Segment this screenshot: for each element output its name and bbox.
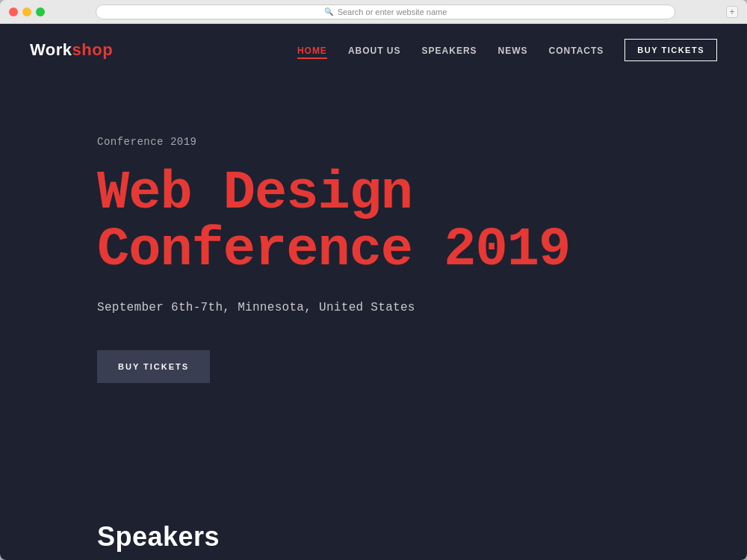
maximize-button[interactable] (36, 7, 45, 16)
nav-link-speakers[interactable]: SPEAKERS (422, 46, 477, 56)
traffic-lights (9, 7, 45, 16)
new-tab-button[interactable]: + (726, 6, 738, 18)
buy-tickets-hero-button[interactable]: BUY TICKETS (97, 350, 210, 383)
logo-suffix: shop (72, 40, 114, 59)
nav-link-contacts[interactable]: CONTACTS (549, 46, 604, 56)
hero-section: Conference 2019 Web Design Conference 20… (0, 76, 747, 428)
logo-prefix: Work (30, 40, 72, 59)
minimize-button[interactable] (22, 7, 31, 16)
nav-link-about[interactable]: ABOUT US (348, 46, 401, 56)
website-content: Workshop HOME ABOUT US SPEAKERS NEWS CON… (0, 24, 747, 560)
hero-subtitle: Conference 2019 (97, 136, 717, 148)
address-bar-text: Search or enter website name (338, 7, 447, 16)
hero-date: September 6th-7th, Minnesota, United Sta… (97, 301, 717, 314)
logo[interactable]: Workshop (30, 40, 113, 60)
nav-link-news[interactable]: NEWS (498, 46, 528, 56)
search-icon: 🔍 (324, 7, 333, 16)
address-bar[interactable]: 🔍 Search or enter website name (96, 4, 675, 19)
nav-link-home[interactable]: HOME (297, 46, 327, 59)
hero-title-line1: Web Design (97, 163, 412, 224)
close-button[interactable] (9, 7, 18, 16)
nav-links: HOME ABOUT US SPEAKERS NEWS CONTACTS BUY… (297, 39, 717, 61)
browser-window: 🔍 Search or enter website name + Worksho… (0, 0, 747, 560)
hero-title: Web Design Conference 2019 (97, 166, 717, 279)
navigation: Workshop HOME ABOUT US SPEAKERS NEWS CON… (0, 24, 747, 76)
speakers-title: Speakers (97, 521, 717, 553)
speakers-section: Speakers (0, 506, 747, 560)
buy-tickets-nav-button[interactable]: BUY TICKETS (624, 39, 717, 61)
hero-title-line2: Conference 2019 (97, 220, 570, 281)
plus-icon: + (729, 7, 734, 17)
browser-titlebar: 🔍 Search or enter website name + (0, 0, 747, 24)
